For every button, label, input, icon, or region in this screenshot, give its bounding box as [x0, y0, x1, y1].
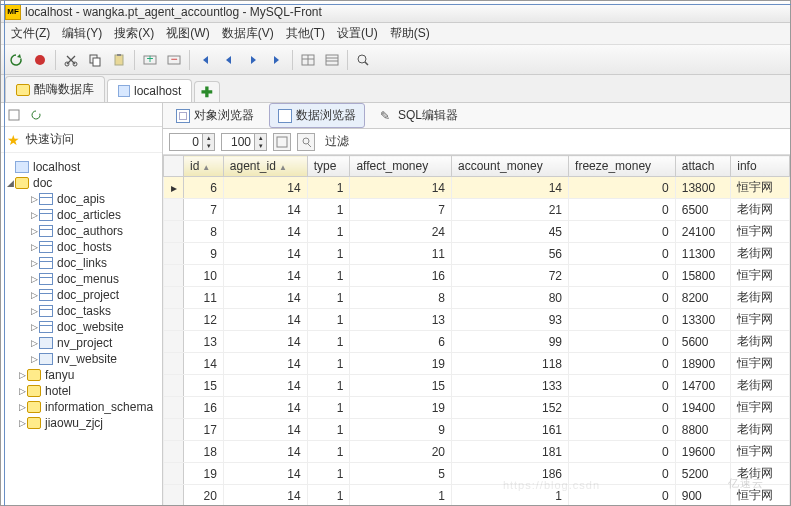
menu-edit[interactable]: 编辑(Y)	[56, 23, 108, 44]
menu-help[interactable]: 帮助(S)	[384, 23, 436, 44]
table-row[interactable]: 714172106500老街网	[164, 199, 790, 221]
delete-row-icon[interactable]: −	[163, 49, 185, 71]
cell-info[interactable]: 老街网	[731, 199, 790, 221]
tree-item-doc_tasks[interactable]: ▷doc_tasks	[1, 303, 162, 319]
cell-account_money[interactable]: 133	[451, 375, 568, 397]
cell-attach[interactable]: 5600	[675, 331, 731, 353]
cell-account_money[interactable]: 152	[451, 397, 568, 419]
cell-attach[interactable]: 13300	[675, 309, 731, 331]
table-row[interactable]: ▸61411414013800恒宇网	[164, 177, 790, 199]
offset-stepper[interactable]: ▴▾	[169, 133, 215, 151]
cell-type[interactable]: 1	[307, 375, 350, 397]
tab-localhost[interactable]: localhost	[107, 79, 192, 102]
cell-info[interactable]: 老街网	[731, 375, 790, 397]
cell-info[interactable]: 恒宇网	[731, 177, 790, 199]
cell-account_money[interactable]: 1	[451, 485, 568, 506]
tab-add[interactable]: ✚	[194, 81, 220, 102]
cell-affect_money[interactable]: 8	[350, 287, 452, 309]
cell-account_money[interactable]: 14	[451, 177, 568, 199]
cell-agent_id[interactable]: 14	[223, 221, 307, 243]
cell-freeze_money[interactable]: 0	[569, 265, 676, 287]
cell-affect_money[interactable]: 6	[350, 331, 452, 353]
cell-affect_money[interactable]: 19	[350, 397, 452, 419]
cell-attach[interactable]: 11300	[675, 243, 731, 265]
filter-btn1[interactable]	[273, 133, 291, 151]
tree-doc[interactable]: ◢doc	[1, 175, 162, 191]
menu-file[interactable]: 文件(Z)	[5, 23, 56, 44]
tree-jiaowu[interactable]: ▷jiaowu_zjcj	[1, 415, 162, 431]
col-attach[interactable]: attach	[675, 156, 731, 177]
cell-account_money[interactable]: 161	[451, 419, 568, 441]
cell-account_money[interactable]: 93	[451, 309, 568, 331]
menu-database[interactable]: 数据库(V)	[216, 23, 280, 44]
menu-settings[interactable]: 设置(U)	[331, 23, 384, 44]
menu-search[interactable]: 搜索(X)	[108, 23, 160, 44]
cell-attach[interactable]: 6500	[675, 199, 731, 221]
cell-id[interactable]: 15	[184, 375, 224, 397]
tree-item-doc_website[interactable]: ▷doc_website	[1, 319, 162, 335]
cell-type[interactable]: 1	[307, 287, 350, 309]
cell-info[interactable]: 恒宇网	[731, 485, 790, 506]
cell-account_money[interactable]: 118	[451, 353, 568, 375]
down-icon[interactable]: ▾	[203, 142, 214, 150]
cell-agent_id[interactable]: 14	[223, 375, 307, 397]
cell-info[interactable]: 恒宇网	[731, 221, 790, 243]
filter-btn2[interactable]	[297, 133, 315, 151]
cell-id[interactable]: 17	[184, 419, 224, 441]
cell-info[interactable]: 恒宇网	[731, 265, 790, 287]
cell-agent_id[interactable]: 14	[223, 485, 307, 506]
next-icon[interactable]	[242, 49, 264, 71]
cell-freeze_money[interactable]: 0	[569, 353, 676, 375]
cell-info[interactable]: 老街网	[731, 463, 790, 485]
cell-info[interactable]: 老街网	[731, 287, 790, 309]
col-type[interactable]: type	[307, 156, 350, 177]
cell-affect_money[interactable]: 11	[350, 243, 452, 265]
cell-freeze_money[interactable]: 0	[569, 221, 676, 243]
cell-affect_money[interactable]: 15	[350, 375, 452, 397]
cell-id[interactable]: 10	[184, 265, 224, 287]
cell-id[interactable]: 8	[184, 221, 224, 243]
tree-item-nv_website[interactable]: ▷nv_website	[1, 351, 162, 367]
cell-type[interactable]: 1	[307, 309, 350, 331]
table-row[interactable]: 121411393013300恒宇网	[164, 309, 790, 331]
cell-agent_id[interactable]: 14	[223, 265, 307, 287]
cell-affect_money[interactable]: 19	[350, 353, 452, 375]
tree-localhost[interactable]: localhost	[1, 159, 162, 175]
tree-fanyu[interactable]: ▷fanyu	[1, 367, 162, 383]
offset-input[interactable]	[170, 134, 202, 150]
tree-hotel[interactable]: ▷hotel	[1, 383, 162, 399]
last-icon[interactable]	[266, 49, 288, 71]
cell-type[interactable]: 1	[307, 221, 350, 243]
cell-type[interactable]: 1	[307, 265, 350, 287]
cell-id[interactable]: 14	[184, 353, 224, 375]
cell-freeze_money[interactable]: 0	[569, 441, 676, 463]
cell-affect_money[interactable]: 13	[350, 309, 452, 331]
cell-attach[interactable]: 15800	[675, 265, 731, 287]
cut-icon[interactable]	[60, 49, 82, 71]
cell-affect_money[interactable]: 14	[350, 177, 452, 199]
collapse-icon[interactable]	[5, 106, 23, 124]
find-icon[interactable]	[352, 49, 374, 71]
copy-icon[interactable]	[84, 49, 106, 71]
table-row[interactable]: 1614119152019400恒宇网	[164, 397, 790, 419]
tree-item-doc_links[interactable]: ▷doc_links	[1, 255, 162, 271]
cell-attach[interactable]: 8200	[675, 287, 731, 309]
cell-info[interactable]: 恒宇网	[731, 353, 790, 375]
grid1-icon[interactable]	[297, 49, 319, 71]
cell-attach[interactable]: 13800	[675, 177, 731, 199]
tab-object-browser[interactable]: 对象浏览器	[167, 103, 263, 128]
cell-freeze_money[interactable]: 0	[569, 397, 676, 419]
cell-attach[interactable]: 8800	[675, 419, 731, 441]
menu-view[interactable]: 视图(W)	[160, 23, 215, 44]
prev-icon[interactable]	[218, 49, 240, 71]
cell-type[interactable]: 1	[307, 331, 350, 353]
cell-type[interactable]: 1	[307, 419, 350, 441]
cell-id[interactable]: 13	[184, 331, 224, 353]
cell-id[interactable]: 6	[184, 177, 224, 199]
cell-agent_id[interactable]: 14	[223, 419, 307, 441]
col-freeze_money[interactable]: freeze_money	[569, 156, 676, 177]
paste-icon[interactable]	[108, 49, 130, 71]
cell-attach[interactable]: 18900	[675, 353, 731, 375]
table-row[interactable]: 1814120181019600恒宇网	[164, 441, 790, 463]
up-icon[interactable]: ▴	[255, 134, 266, 142]
